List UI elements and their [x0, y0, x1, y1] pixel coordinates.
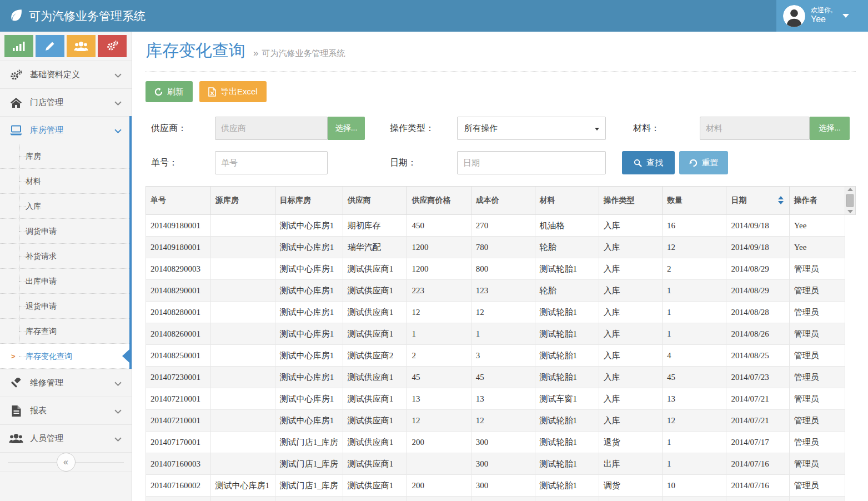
- sidebar-item-reports[interactable]: 报表: [0, 397, 132, 424]
- table-row[interactable]: 201407210001测试中心库房1测试供应商11212测试轮胎1入库1220…: [146, 410, 856, 432]
- scroll-up-icon[interactable]: [847, 188, 853, 191]
- operation-type-select[interactable]: 所有操作: [457, 117, 606, 140]
- table-cell: [210, 345, 275, 367]
- table-cell: 200: [407, 475, 471, 497]
- scroll-down-icon[interactable]: [847, 210, 853, 213]
- table-row[interactable]: 201407160003测试门店1_库房测试供应商1300测试轮胎1出库1201…: [146, 453, 856, 475]
- table-cell: 测试供应商1: [343, 432, 407, 453]
- quick-edit-button[interactable]: [36, 35, 64, 57]
- table-cell: 201407210001: [146, 388, 211, 410]
- filter-panel: 供应商： 选择... 操作类型： 所有操作 材料： 选择... 单号： 日期：: [145, 117, 856, 174]
- breadcrumb: »可为汽修业务管理系统: [253, 48, 345, 59]
- sidebar-subitem[interactable]: 退货申请: [0, 294, 132, 319]
- table-cell: 201408290001: [146, 280, 211, 302]
- sidebar-subitem[interactable]: 库房: [0, 144, 132, 169]
- column-header[interactable]: 源库房: [210, 187, 275, 215]
- column-header[interactable]: 操作者: [789, 187, 845, 215]
- order-number-input[interactable]: [215, 151, 328, 174]
- sidebar-collapse-row: «: [0, 452, 132, 472]
- table-cell: 测试轮胎1: [535, 432, 599, 453]
- reset-button[interactable]: 重置: [679, 151, 728, 174]
- table-cell: 2014/07/17: [726, 432, 789, 453]
- table-row-filler: [845, 345, 855, 367]
- supplier-input[interactable]: [215, 117, 328, 140]
- column-header[interactable]: 成本价: [471, 187, 535, 215]
- table-row[interactable]: 201409180001测试中心库房1瑞华汽配1200780轮胎入库122014…: [146, 237, 856, 258]
- column-header[interactable]: 供应商价格: [407, 187, 471, 215]
- sidebar-subitem[interactable]: 调货申请: [0, 219, 132, 244]
- column-header[interactable]: 日期: [726, 187, 789, 215]
- table-cell: [210, 367, 275, 388]
- sidebar-item-label: 基础资料定义: [30, 69, 80, 80]
- sidebar-subitem[interactable]: 材料: [0, 169, 132, 194]
- table-row[interactable]: 201408290001测试中心库房1测试供应商1223123轮胎入库12014…: [146, 280, 856, 302]
- table-cell: 300: [471, 475, 535, 497]
- home-icon: [9, 98, 23, 108]
- table-cell: 1200: [407, 237, 471, 258]
- column-header[interactable]: 供应商: [343, 187, 407, 215]
- table-cell: 300: [471, 453, 535, 475]
- sidebar-subitem[interactable]: 入库: [0, 194, 132, 219]
- sidebar-subitem[interactable]: >库存变化查询: [0, 344, 132, 369]
- column-header[interactable]: 目标库房: [275, 187, 343, 215]
- search-button[interactable]: 查找: [622, 151, 675, 174]
- sidebar-collapse-button[interactable]: «: [57, 453, 76, 472]
- column-header[interactable]: 数量: [662, 187, 726, 215]
- quick-stats-button[interactable]: [4, 35, 33, 57]
- supplier-select-button[interactable]: 选择...: [328, 117, 365, 140]
- table-row[interactable]: 201408280001测试中心库房1测试供应商11212测试轮胎1入库1201…: [146, 302, 856, 323]
- table-cell: 2: [407, 345, 471, 367]
- sidebar-subitem[interactable]: 出库申请: [0, 269, 132, 294]
- table-cell: 201409180001: [146, 237, 211, 258]
- table-cell: 管理员: [789, 410, 845, 432]
- refresh-button[interactable]: 刷新: [145, 81, 193, 102]
- table-row[interactable]: 201408250001测试中心库房1测试供应商223测试轮胎1入库42014/…: [146, 345, 856, 367]
- sort-icon[interactable]: [778, 196, 784, 204]
- table-cell: [210, 258, 275, 280]
- table-row[interactable]: 201408260001测试中心库房1测试供应商111测试轮胎1入库12014/…: [146, 323, 856, 345]
- date-input[interactable]: [457, 151, 606, 174]
- table-cell: 201407230001: [146, 367, 211, 388]
- refresh-icon: [154, 88, 163, 96]
- table-cell: 201407160003: [146, 453, 211, 475]
- main-content: 库存变化查询 »可为汽修业务管理系统 刷新 导出Excel 供应商： 选择...…: [133, 32, 868, 501]
- table-cell: 出库: [599, 453, 662, 475]
- export-excel-button[interactable]: 导出Excel: [199, 81, 267, 102]
- table-scrollbar[interactable]: [845, 187, 855, 215]
- sidebar-subitem-label: 出库申请: [26, 277, 57, 285]
- table-cell: 测试供应商1: [343, 323, 407, 345]
- sidebar-subitem[interactable]: 补货请求: [0, 244, 132, 269]
- sidebar-subitem-label: 库存查询: [26, 327, 57, 335]
- sidebar-subitem[interactable]: 库存查询: [0, 319, 132, 344]
- quick-users-button[interactable]: [67, 35, 96, 57]
- table-row[interactable]: 201407210001测试中心库房1测试供应商11313测试车窗1入库1320…: [146, 388, 856, 410]
- table-row-filler: [845, 497, 855, 501]
- table-row[interactable]: 201408290003测试中心库房1测试供应商11200800测试轮胎1入库2…: [146, 258, 856, 280]
- quick-settings-button[interactable]: [98, 35, 127, 57]
- sidebar-item-store-management[interactable]: 门店管理: [0, 88, 132, 116]
- table-cell: 机油格: [535, 215, 599, 237]
- sidebar-item-warehouse-management[interactable]: 库房管理: [0, 116, 132, 144]
- table-cell: 入库: [599, 367, 662, 388]
- column-header[interactable]: 单号: [146, 187, 211, 215]
- column-header[interactable]: 操作类型: [599, 187, 662, 215]
- sidebar-item-personnel[interactable]: 人员管理: [0, 424, 132, 452]
- supplier-label: 供应商：: [145, 123, 215, 134]
- chevron-down-icon: [114, 98, 122, 108]
- table-cell: 45: [471, 367, 535, 388]
- scroll-thumb[interactable]: [846, 194, 854, 207]
- table-cell: 入库: [599, 410, 662, 432]
- table-row[interactable]: 201409180001测试中心库房1期初库存450270机油格入库162014…: [146, 215, 856, 237]
- user-menu[interactable]: 欢迎你, Yee: [776, 0, 868, 32]
- table-cell: 270: [471, 215, 535, 237]
- table-row[interactable]: 201407170001测试门店1_库房测试供应商1200300测试轮胎1退货1…: [146, 432, 856, 453]
- table-row[interactable]: 201407230001测试中心库房1测试供应商14545测试轮胎1入库4520…: [146, 367, 856, 388]
- sidebar-item-repair-management[interactable]: 维修管理: [0, 369, 132, 397]
- chevron-down-icon: [114, 434, 122, 444]
- table-cell: 测试门店1_库房: [275, 475, 343, 497]
- material-select-button[interactable]: 选择...: [810, 117, 850, 140]
- table-row[interactable]: 201407160002测试中心库房1测试门店1_库房测试供应商1200300测…: [146, 475, 856, 497]
- material-input[interactable]: [700, 117, 810, 140]
- column-header[interactable]: 材料: [535, 187, 599, 215]
- sidebar-item-base-data[interactable]: 基础资料定义: [0, 61, 132, 88]
